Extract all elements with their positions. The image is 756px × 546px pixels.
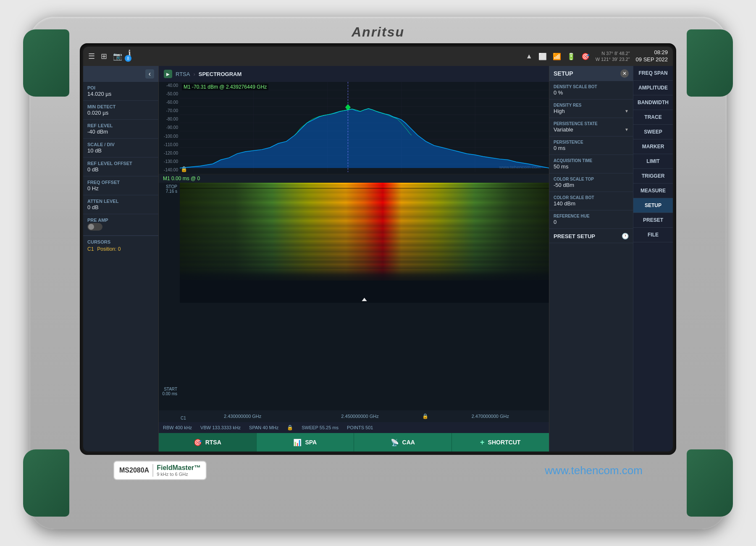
website-display: www.tehencom.com <box>545 464 643 477</box>
device-shell: Anritsu ☰ ⊞ 📷 ℹ 8 ▲ ⬜ 📶 🔋 🎯 N 37° 8' 48.… <box>29 17 727 529</box>
gps-coords: N 37° 8' 48.2" W 121° 39' 23.2" <box>596 50 630 63</box>
setup-color-scale-top[interactable]: COLOR SCALE TOP -50 dBm <box>549 173 633 192</box>
svg-rect-21 <box>180 189 549 190</box>
svg-rect-35 <box>180 207 549 208</box>
nav-spa[interactable]: 📊 SPA <box>257 433 354 452</box>
persistence-state-dropdown[interactable]: ▼ <box>625 127 629 132</box>
menu-amplitude[interactable]: AMPLITUDE <box>633 81 673 95</box>
center-area: ▶ RTSA › SPECTROGRAM -40.00 -50.00 -60.0… <box>159 66 549 452</box>
setup-preset-setup[interactable]: PRESET SETUP 🕐 <box>549 229 633 243</box>
color-scale-top-label: COLOR SCALE TOP <box>554 177 629 181</box>
nav-rtsa[interactable]: 🎯 RTSA <box>159 433 257 452</box>
nav-caa[interactable]: 📡 CAA <box>354 433 452 452</box>
setup-close-button[interactable]: ✕ <box>620 69 629 78</box>
svg-rect-82 <box>180 268 549 269</box>
svg-rect-85 <box>180 272 549 273</box>
grid-icon[interactable]: ⊞ <box>101 52 107 61</box>
menu-trace[interactable]: TRACE <box>633 110 673 125</box>
param-ref-level-offset[interactable]: REF LEVEL OFFSET 0 dB <box>83 158 158 176</box>
model-number: MS2080A <box>119 467 149 474</box>
cursor-row-c1: C1 Position: 0 <box>87 246 154 252</box>
scale-div-value: 10 dB <box>87 147 154 154</box>
preset-setup-icon[interactable]: 🕐 <box>622 233 629 239</box>
reference-hue-label: REFERENCE HUE <box>554 214 629 218</box>
collapse-button[interactable]: ‹ <box>145 69 154 79</box>
svg-rect-80 <box>180 265 549 266</box>
cursor-c1-label[interactable]: C1 <box>87 246 94 252</box>
svg-rect-38 <box>180 211 549 212</box>
spectrum-display: -40.00 -50.00 -60.00 -70.00 -80.00 -90.0… <box>159 82 549 174</box>
screen: ☰ ⊞ 📷 ℹ 8 ▲ ⬜ 📶 🔋 🎯 N 37° 8' 48.2" W 121… <box>83 47 673 452</box>
grip-bottom-right <box>687 449 733 517</box>
persistence-label: PERSISTENCE <box>554 140 629 144</box>
upload-icon[interactable]: ▲ <box>526 52 533 60</box>
battery-icon: 🔋 <box>567 52 575 60</box>
shortcut-plus-icon: + <box>480 438 485 447</box>
svg-rect-66 <box>180 247 549 248</box>
pre-amp-toggle[interactable] <box>87 223 102 231</box>
setup-density-scale-bot[interactable]: DENSITY SCALE BOT 0 % <box>549 81 633 100</box>
grip-bottom-left <box>23 449 69 517</box>
svg-rect-23 <box>180 192 549 193</box>
sweep-display: SWEEP 55.25 ms <box>302 425 339 430</box>
param-scale-div[interactable]: SCALE / DIV 10 dB <box>83 139 158 158</box>
param-min-detect[interactable]: MIN DETECT 0.020 µs <box>83 101 158 120</box>
menu-freq-span[interactable]: FREQ SPAN <box>633 66 673 81</box>
svg-rect-74 <box>180 257 549 259</box>
menu-bandwidth[interactable]: BANDWIDTH <box>633 95 673 110</box>
menu-file[interactable]: FILE <box>633 228 673 242</box>
persistence-value: 0 ms <box>554 145 629 151</box>
spectrum-chart <box>180 82 549 172</box>
breadcrumb-root[interactable]: RTSA <box>176 71 190 77</box>
menu-sweep[interactable]: SWEEP <box>633 125 673 139</box>
reference-hue-value: 0 <box>554 219 629 225</box>
svg-rect-68 <box>180 249 549 251</box>
persistence-state-label: PERSISTENCE STATE <box>554 121 629 126</box>
svg-rect-45 <box>180 220 549 221</box>
spectrum-lock-icon: 🔒 <box>181 166 187 172</box>
param-poi[interactable]: POI 14.020 µs <box>83 82 158 101</box>
svg-rect-29 <box>180 200 549 201</box>
ref-offset-value: 0 dB <box>87 166 154 173</box>
setup-color-scale-bot[interactable]: COLOR SCALE BOT 140 dBm <box>549 192 633 210</box>
menu-limit[interactable]: LIMIT <box>633 154 673 169</box>
menu-preset[interactable]: PRESET <box>633 213 673 228</box>
freq-label-right: 2.470000000 GHz <box>432 414 549 419</box>
cursor-position: Position: 0 <box>97 246 121 252</box>
product-name: FieldMaster™ <box>157 464 201 471</box>
param-ref-level[interactable]: REF LEVEL -40 dBm <box>83 120 158 139</box>
svg-rect-87 <box>180 274 549 276</box>
svg-rect-46 <box>180 221 549 223</box>
span-display: SPAN 40 MHz <box>249 425 278 430</box>
param-freq-offset[interactable]: FREQ OFFSET 0 Hz <box>83 176 158 195</box>
setup-persistence[interactable]: PERSISTENCE 0 ms <box>549 136 633 155</box>
caa-nav-icon: 📡 <box>391 438 399 446</box>
menu-measure[interactable]: MEASURE <box>633 184 673 198</box>
nav-shortcut[interactable]: + SHORTCUT <box>452 433 549 452</box>
info-icon[interactable]: ℹ 8 <box>128 48 135 64</box>
freq-lock-icon[interactable]: 🔒 <box>422 413 428 419</box>
svg-rect-57 <box>180 236 549 237</box>
main-content: ‹ POI 14.020 µs MIN DETECT 0.020 µs REF … <box>83 66 673 452</box>
svg-rect-94 <box>180 188 549 189</box>
points-display: POINTS 501 <box>347 425 373 430</box>
nav-spa-label: SPA <box>305 439 317 446</box>
setup-persistence-state[interactable]: PERSISTENCE STATE Variable ▼ <box>549 118 633 136</box>
menu-trigger[interactable]: TRIGGER <box>633 169 673 184</box>
setup-acquisition-time[interactable]: ACQUISITION TIME 50 ms <box>549 155 633 173</box>
breadcrumb-current: SPECTROGRAM <box>199 71 242 77</box>
menu-setup[interactable]: SETUP <box>633 198 673 213</box>
param-atten-level[interactable]: ATTEN LEVEL 0 dB <box>83 195 158 214</box>
spectrogram-chart <box>180 183 549 303</box>
status-bar: RBW 400 kHz VBW 133.3333 kHz SPAN 40 MHz… <box>159 422 549 433</box>
start-value: 0.00 ms <box>160 391 177 396</box>
density-res-dropdown[interactable]: ▼ <box>625 109 629 113</box>
setup-density-res[interactable]: DENSITY RES High ▼ <box>549 100 633 118</box>
param-pre-amp[interactable]: PRE AMP <box>83 214 158 236</box>
share-icon[interactable]: ⬜ <box>538 52 547 60</box>
hamburger-icon[interactable]: ☰ <box>88 52 95 61</box>
menu-marker[interactable]: MARKER <box>633 139 673 154</box>
camera-icon[interactable]: 📷 <box>113 52 122 61</box>
svg-rect-83 <box>180 269 549 270</box>
setup-reference-hue[interactable]: REFERENCE HUE 0 <box>549 210 633 229</box>
